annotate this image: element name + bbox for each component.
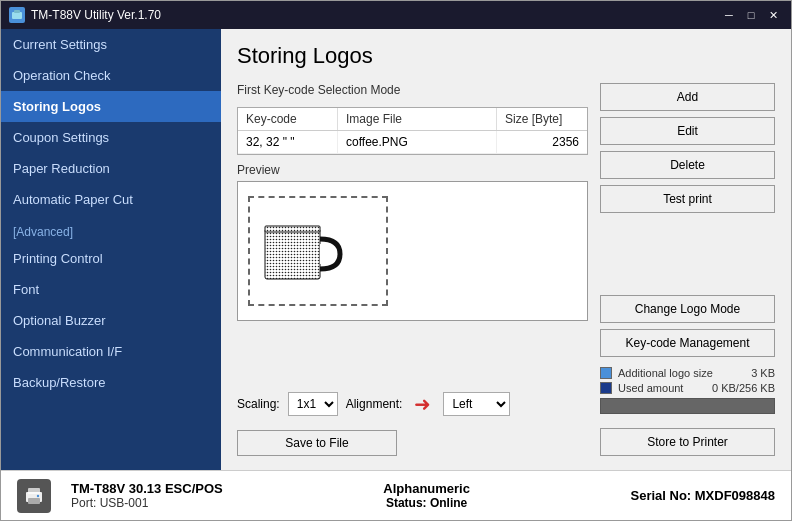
svg-rect-4 bbox=[265, 229, 320, 279]
status-serial: Serial No: MXDF098848 bbox=[630, 488, 775, 503]
sidebar-item-printing-control[interactable]: Printing Control bbox=[1, 243, 221, 274]
selection-mode-label: First Key-code Selection Mode bbox=[237, 83, 588, 97]
col-size: Size [Byte] bbox=[497, 108, 587, 130]
title-controls: ─ □ ✕ bbox=[719, 6, 783, 24]
preview-controls: Scaling: 1x1 1x2 2x1 2x2 Alignment: ➜ Le… bbox=[237, 392, 588, 416]
change-logo-mode-button[interactable]: Change Logo Mode bbox=[600, 295, 775, 323]
delete-button[interactable]: Delete bbox=[600, 151, 775, 179]
preview-inner bbox=[248, 196, 388, 306]
status-online: Status: Online bbox=[243, 496, 611, 510]
save-to-file-button[interactable]: Save to File bbox=[237, 430, 397, 456]
additional-dot bbox=[600, 367, 612, 379]
svg-rect-5 bbox=[265, 226, 320, 232]
alignment-label: Alignment: bbox=[346, 397, 403, 411]
content-area: Storing Logos First Key-code Selection M… bbox=[221, 29, 791, 470]
store-to-printer-button[interactable]: Store to Printer bbox=[600, 428, 775, 456]
col-keycode: Key-code bbox=[238, 108, 338, 130]
storage-info: Additional logo size 3 KB Used amount 0 … bbox=[600, 367, 775, 414]
sidebar-item-communication-if[interactable]: Communication I/F bbox=[1, 336, 221, 367]
sidebar-item-current-settings[interactable]: Current Settings bbox=[1, 29, 221, 60]
table-header: Key-code Image File Size [Byte] bbox=[238, 108, 587, 131]
storage-used-row: Used amount 0 KB/256 KB bbox=[600, 382, 775, 394]
sidebar-item-optional-buzzer[interactable]: Optional Buzzer bbox=[1, 305, 221, 336]
left-panel: First Key-code Selection Mode Key-code I… bbox=[237, 83, 588, 456]
device-name: TM-T88V 30.13 ESC/POS bbox=[71, 481, 223, 496]
storage-additional-row: Additional logo size 3 KB bbox=[600, 367, 775, 379]
svg-rect-1 bbox=[14, 10, 20, 13]
save-btn-row: Save to File bbox=[237, 430, 588, 456]
cell-keycode: 32, 32 " " bbox=[238, 131, 338, 153]
status-bar: TM-T88V 30.13 ESC/POS Port: USB-001 Alph… bbox=[1, 470, 791, 520]
logo-table: Key-code Image File Size [Byte] 32, 32 "… bbox=[237, 107, 588, 155]
add-button[interactable]: Add bbox=[600, 83, 775, 111]
sidebar-item-backup-restore[interactable]: Backup/Restore bbox=[1, 367, 221, 398]
minimize-button[interactable]: ─ bbox=[719, 6, 739, 24]
printer-icon bbox=[17, 479, 51, 513]
svg-point-9 bbox=[37, 494, 39, 496]
additional-label: Additional logo size bbox=[618, 367, 745, 379]
status-device-info: TM-T88V 30.13 ESC/POS Port: USB-001 bbox=[71, 481, 223, 510]
right-panel: Add Edit Delete Test print Change Logo M… bbox=[600, 83, 775, 456]
col-imagefile: Image File bbox=[338, 108, 497, 130]
cell-imagefile: coffee.PNG bbox=[338, 131, 497, 153]
sidebar-item-paper-reduction[interactable]: Paper Reduction bbox=[1, 153, 221, 184]
preview-box bbox=[237, 181, 588, 321]
sidebar: Current Settings Operation Check Storing… bbox=[1, 29, 221, 470]
used-value: 0 KB/256 KB bbox=[712, 382, 775, 394]
sidebar-item-storing-logos[interactable]: Storing Logos bbox=[1, 91, 221, 122]
sidebar-item-operation-check[interactable]: Operation Check bbox=[1, 60, 221, 91]
additional-value: 3 KB bbox=[751, 367, 775, 379]
app-icon bbox=[9, 7, 25, 23]
svg-rect-7 bbox=[28, 488, 40, 494]
storage-progress-bar bbox=[600, 398, 775, 414]
sidebar-item-font[interactable]: Font bbox=[1, 274, 221, 305]
used-label: Used amount bbox=[618, 382, 706, 394]
close-button[interactable]: ✕ bbox=[763, 6, 783, 24]
alpha-label: Alphanumeric bbox=[243, 481, 611, 496]
used-dot bbox=[600, 382, 612, 394]
status-middle: Alphanumeric Status: Online bbox=[243, 481, 611, 510]
alignment-select[interactable]: Left Center Right bbox=[443, 392, 510, 416]
main-content: Current Settings Operation Check Storing… bbox=[1, 29, 791, 470]
edit-button[interactable]: Edit bbox=[600, 117, 775, 145]
table-row[interactable]: 32, 32 " " coffee.PNG 2356 bbox=[238, 131, 587, 154]
preview-section: Preview bbox=[237, 163, 588, 376]
arrow-indicator: ➜ bbox=[414, 392, 431, 416]
sidebar-item-coupon-settings[interactable]: Coupon Settings bbox=[1, 122, 221, 153]
preview-image bbox=[260, 214, 345, 289]
window-title: TM-T88V Utility Ver.1.70 bbox=[31, 8, 161, 22]
page-title: Storing Logos bbox=[237, 43, 775, 69]
main-window: TM-T88V Utility Ver.1.70 ─ □ ✕ Current S… bbox=[0, 0, 792, 521]
scaling-label: Scaling: bbox=[237, 397, 280, 411]
test-print-button[interactable]: Test print bbox=[600, 185, 775, 213]
sidebar-advanced-header: [Advanced] bbox=[1, 215, 221, 243]
serial-number: Serial No: MXDF098848 bbox=[630, 488, 775, 503]
title-bar-left: TM-T88V Utility Ver.1.70 bbox=[9, 7, 161, 23]
sidebar-item-automatic-paper-cut[interactable]: Automatic Paper Cut bbox=[1, 184, 221, 215]
scaling-select[interactable]: 1x1 1x2 2x1 2x2 bbox=[288, 392, 338, 416]
keycode-management-button[interactable]: Key-code Management bbox=[600, 329, 775, 357]
preview-label: Preview bbox=[237, 163, 588, 177]
restore-button[interactable]: □ bbox=[741, 6, 761, 24]
content-body: First Key-code Selection Mode Key-code I… bbox=[237, 83, 775, 456]
svg-rect-8 bbox=[28, 498, 40, 504]
title-bar: TM-T88V Utility Ver.1.70 ─ □ ✕ bbox=[1, 1, 791, 29]
device-port: Port: USB-001 bbox=[71, 496, 223, 510]
cell-size: 2356 bbox=[497, 131, 587, 153]
svg-rect-0 bbox=[12, 12, 22, 19]
